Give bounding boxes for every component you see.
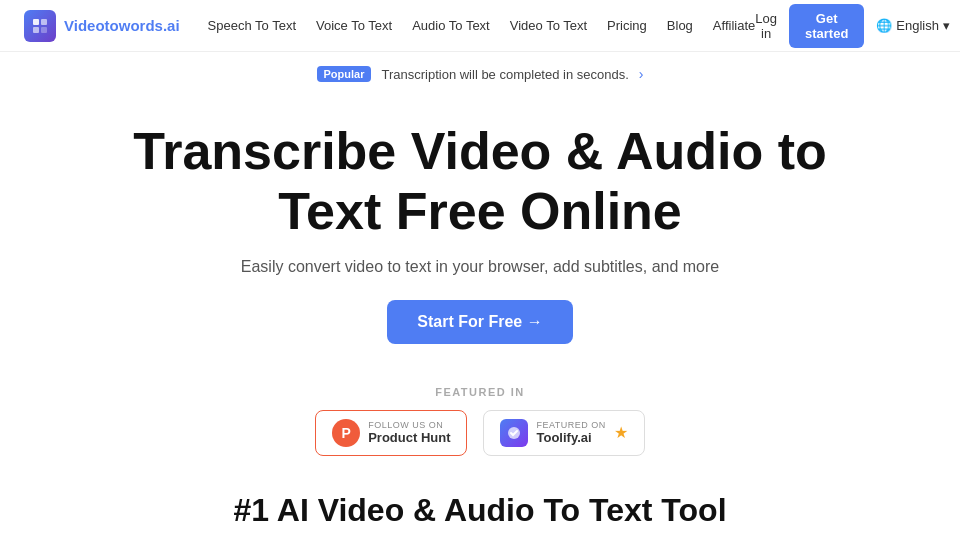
product-hunt-badge[interactable]: P FOLLOW US ON Product Hunt: [315, 410, 467, 456]
product-hunt-text: FOLLOW US ON Product Hunt: [368, 420, 450, 445]
navbar: Videotowords.ai Speech To Text Voice To …: [0, 0, 960, 52]
globe-icon: 🌐: [876, 18, 892, 33]
logo-icon: [24, 10, 56, 42]
popular-badge: Popular: [317, 66, 372, 82]
announcement-bar: Popular Transcription will be completed …: [0, 56, 960, 92]
featured-section: FEATURED IN P FOLLOW US ON Product Hunt …: [0, 364, 960, 472]
ai-tool-section: #1 AI Video & Audio To Text Tool ✓ 99.9%…: [0, 472, 960, 540]
hero-title: Transcribe Video & Audio to Text Free On…: [80, 122, 880, 242]
hero-section: Transcribe Video & Audio to Text Free On…: [0, 92, 960, 364]
nav-audio-to-text[interactable]: Audio To Text: [412, 18, 490, 33]
svg-rect-2: [33, 27, 39, 33]
svg-rect-3: [41, 27, 47, 33]
nav-pricing[interactable]: Pricing: [607, 18, 647, 33]
toolify-text: FEATURED ON Toolify.ai: [536, 420, 605, 445]
star-icon: ★: [614, 423, 628, 442]
nav-voice-to-text[interactable]: Voice To Text: [316, 18, 392, 33]
logo[interactable]: Videotowords.ai: [24, 10, 180, 42]
svg-rect-1: [41, 19, 47, 25]
login-button[interactable]: Log in: [755, 11, 777, 41]
nav-links: Speech To Text Voice To Text Audio To Te…: [208, 18, 756, 33]
start-free-button[interactable]: Start For Free →: [387, 300, 572, 344]
hero-subtitle: Easily convert video to text in your bro…: [20, 258, 940, 276]
nav-left: Videotowords.ai Speech To Text Voice To …: [24, 10, 755, 42]
logo-text: Videotowords.ai: [64, 17, 180, 34]
chevron-down-icon: ▾: [943, 18, 950, 33]
featured-badges: P FOLLOW US ON Product Hunt FEATURED ON …: [0, 410, 960, 456]
product-hunt-icon: P: [332, 419, 360, 447]
nav-speech-to-text[interactable]: Speech To Text: [208, 18, 296, 33]
toolify-badge[interactable]: FEATURED ON Toolify.ai ★: [483, 410, 644, 456]
toolify-icon: [500, 419, 528, 447]
nav-right: Log in Get started 🌐 English ▾: [755, 4, 950, 48]
featured-label: FEATURED IN: [0, 386, 960, 398]
svg-rect-0: [33, 19, 39, 25]
language-selector[interactable]: 🌐 English ▾: [876, 18, 950, 33]
announce-text: Transcription will be completed in secon…: [381, 67, 628, 82]
ai-tool-title: #1 AI Video & Audio To Text Tool: [0, 492, 960, 529]
nav-video-to-text[interactable]: Video To Text: [510, 18, 587, 33]
nav-affiliate[interactable]: Affiliate: [713, 18, 755, 33]
announce-arrow-icon[interactable]: ›: [639, 66, 644, 82]
nav-blog[interactable]: Blog: [667, 18, 693, 33]
get-started-button[interactable]: Get started: [789, 4, 864, 48]
